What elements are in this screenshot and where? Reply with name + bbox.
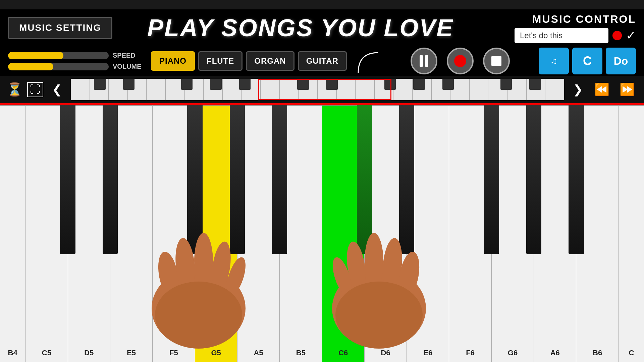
- key-label-f6: F6: [466, 349, 475, 357]
- key-label-a6: A6: [550, 349, 560, 357]
- white-key-c7[interactable]: C: [619, 105, 644, 362]
- piano-button[interactable]: PIANO: [151, 51, 195, 71]
- key-label-c6: C6: [338, 349, 348, 357]
- record-icon: [454, 55, 466, 67]
- lets-do-input[interactable]: [515, 28, 608, 43]
- mini-white-key[interactable]: [375, 79, 394, 100]
- black-key-ds5[interactable]: [103, 105, 118, 254]
- black-key-fs6[interactable]: [484, 105, 499, 254]
- mini-white-key[interactable]: [470, 79, 489, 100]
- mini-white-key[interactable]: [90, 79, 109, 100]
- mini-white-key[interactable]: [488, 79, 507, 100]
- keyboard-nav: ⏳ ⛶ ❮: [0, 76, 644, 103]
- title-area: PLAY SONGS YOU LOVE: [116, 14, 485, 42]
- record-button[interactable]: [447, 48, 474, 74]
- key-label-b4: B4: [8, 349, 17, 357]
- header: MUSIC SETTING PLAY SONGS YOU LOVE MUSIC …: [0, 9, 644, 46]
- mini-white-key[interactable]: [318, 79, 337, 100]
- mini-white-key[interactable]: [450, 79, 470, 100]
- music-setting-button[interactable]: MUSIC SETTING: [8, 17, 112, 39]
- volume-slider-track[interactable]: [8, 63, 109, 70]
- mini-white-key[interactable]: [507, 79, 527, 100]
- top-bar: [0, 0, 644, 9]
- key-label-d5: D5: [84, 349, 94, 357]
- instrument-buttons: PIANO FLUTE ORGAN GUITAR: [151, 51, 347, 71]
- mini-white-key[interactable]: [393, 79, 413, 100]
- key-label-b6: B6: [593, 349, 602, 357]
- mini-white-key[interactable]: [299, 79, 318, 100]
- mini-white-key[interactable]: [147, 79, 166, 100]
- do-note-button[interactable]: Do: [606, 48, 636, 74]
- music-note-button[interactable]: ♫: [539, 48, 569, 74]
- mini-white-key[interactable]: [280, 79, 299, 100]
- key-label-g5: G5: [211, 349, 221, 357]
- main-title: PLAY SONGS YOU LOVE: [116, 14, 485, 42]
- white-keys: B4 C5 D5 E5 F5 G5 A5 B5 C6 D6: [0, 105, 644, 362]
- mini-white-keys: [71, 79, 564, 100]
- next-arrow[interactable]: ❯: [569, 81, 587, 98]
- black-key-as5[interactable]: [272, 105, 287, 254]
- prev-arrow[interactable]: ❮: [48, 81, 66, 98]
- mini-white-key[interactable]: [527, 79, 546, 100]
- right-control-buttons: ♫ C Do: [539, 48, 636, 74]
- mini-white-key[interactable]: [185, 79, 204, 100]
- mini-white-key[interactable]: [545, 79, 564, 100]
- mini-white-key[interactable]: [223, 79, 242, 100]
- mini-white-key[interactable]: [204, 79, 223, 100]
- black-key-ds6[interactable]: [399, 105, 414, 254]
- mini-keyboard-container: [71, 79, 564, 100]
- timer-icon[interactable]: ⏳: [7, 82, 22, 97]
- black-key-cs6[interactable]: [357, 105, 372, 254]
- speed-slider-track[interactable]: [8, 52, 109, 59]
- black-key-fs5[interactable]: [187, 105, 202, 254]
- key-label-c7: C: [629, 349, 634, 357]
- black-key-gs5[interactable]: [230, 105, 245, 254]
- volume-slider-fill: [8, 63, 53, 70]
- mini-white-key[interactable]: [71, 79, 90, 100]
- mini-white-key[interactable]: [128, 79, 147, 100]
- music-control-area: MUSIC CONTROL ✓: [488, 13, 636, 43]
- mini-white-key[interactable]: [241, 79, 261, 100]
- mini-white-key[interactable]: [413, 79, 432, 100]
- record-indicator: [612, 31, 622, 40]
- skip-back-icon[interactable]: ⏪: [592, 81, 612, 98]
- speed-row: SPEED: [8, 52, 143, 59]
- music-control-row: ✓: [515, 28, 636, 43]
- speed-slider-fill: [8, 52, 63, 59]
- mini-white-key[interactable]: [337, 79, 356, 100]
- stop-button[interactable]: [483, 48, 510, 74]
- key-label-e5: E5: [127, 349, 136, 357]
- mini-white-key[interactable]: [166, 79, 185, 100]
- stop-icon: [491, 56, 501, 66]
- mini-white-key[interactable]: [261, 79, 280, 100]
- black-key-gs6[interactable]: [526, 105, 541, 254]
- key-label-c5: C5: [42, 349, 51, 357]
- key-label-f5: F5: [169, 349, 178, 357]
- key-label-e6: E6: [423, 349, 432, 357]
- flute-button[interactable]: FLUTE: [198, 51, 243, 71]
- piano-section: B4 C5 D5 E5 F5 G5 A5 B5 C6 D6: [0, 105, 644, 362]
- mini-white-key[interactable]: [432, 79, 451, 100]
- key-label-d6: D6: [381, 349, 390, 357]
- pause-button[interactable]: [411, 48, 437, 74]
- pause-icon: [420, 55, 428, 67]
- expand-icon[interactable]: ⛶: [27, 82, 43, 97]
- music-control-label: MUSIC CONTROL: [488, 13, 636, 25]
- key-label-g6: G6: [508, 349, 518, 357]
- black-key-cs5[interactable]: [60, 105, 75, 254]
- black-key-as6[interactable]: [569, 105, 584, 254]
- volume-label: VOLUME: [113, 63, 143, 70]
- arc-connector: [355, 49, 382, 73]
- volume-row: VOLUME: [8, 63, 143, 70]
- speed-label: SPEED: [113, 52, 143, 59]
- controls-row: SPEED VOLUME PIANO FLUTE ORGAN GUITAR: [0, 46, 644, 76]
- chevron-down-icon[interactable]: ✓: [626, 28, 636, 43]
- white-key-b4[interactable]: B4: [0, 105, 25, 362]
- mini-white-key[interactable]: [109, 79, 128, 100]
- guitar-button[interactable]: GUITAR: [298, 51, 347, 71]
- skip-forward-icon[interactable]: ⏩: [617, 81, 637, 98]
- sliders-area: SPEED VOLUME: [8, 52, 143, 70]
- mini-white-key[interactable]: [356, 79, 375, 100]
- organ-button[interactable]: ORGAN: [246, 51, 294, 71]
- c-note-button[interactable]: C: [572, 48, 602, 74]
